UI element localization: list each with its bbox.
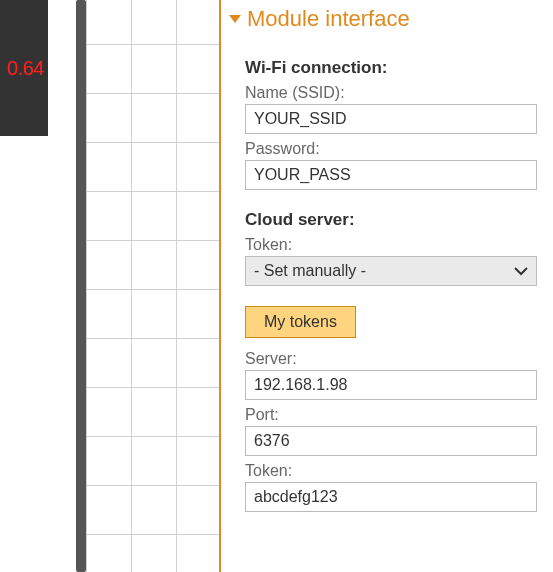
section-header[interactable]: Module interface xyxy=(229,6,545,32)
readout-value: 0.64 xyxy=(7,57,44,80)
cloud-heading: Cloud server: xyxy=(245,210,545,230)
password-label: Password: xyxy=(245,140,545,158)
ssid-field: Name (SSID): xyxy=(245,84,545,134)
token-select-value: - Set manually - xyxy=(254,262,366,280)
token-field: Token: xyxy=(245,462,545,512)
token-select-label: Token: xyxy=(245,236,545,254)
ssid-input[interactable] xyxy=(245,104,537,134)
port-input[interactable] xyxy=(245,426,537,456)
server-field: Server: xyxy=(245,350,545,400)
side-readout-box: 0.64 xyxy=(0,0,48,136)
token-input[interactable] xyxy=(245,482,537,512)
password-input[interactable] xyxy=(245,160,537,190)
token-label: Token: xyxy=(245,462,545,480)
ssid-label: Name (SSID): xyxy=(245,84,545,102)
collapse-triangle-icon xyxy=(229,15,241,23)
background-grid xyxy=(86,0,219,572)
token-select-field: Token: - Set manually - xyxy=(245,236,545,286)
port-field: Port: xyxy=(245,406,545,456)
port-label: Port: xyxy=(245,406,545,424)
my-tokens-button[interactable]: My tokens xyxy=(245,306,356,338)
panel-divider xyxy=(219,0,221,572)
wifi-heading: Wi-Fi connection: xyxy=(245,58,545,78)
module-interface-panel: Module interface Wi-Fi connection: Name … xyxy=(229,6,545,518)
chevron-down-icon xyxy=(514,266,528,276)
vertical-scrollbar[interactable] xyxy=(76,0,86,572)
token-select[interactable]: - Set manually - xyxy=(245,256,537,286)
server-label: Server: xyxy=(245,350,545,368)
password-field: Password: xyxy=(245,140,545,190)
section-title-text: Module interface xyxy=(247,6,410,32)
server-input[interactable] xyxy=(245,370,537,400)
